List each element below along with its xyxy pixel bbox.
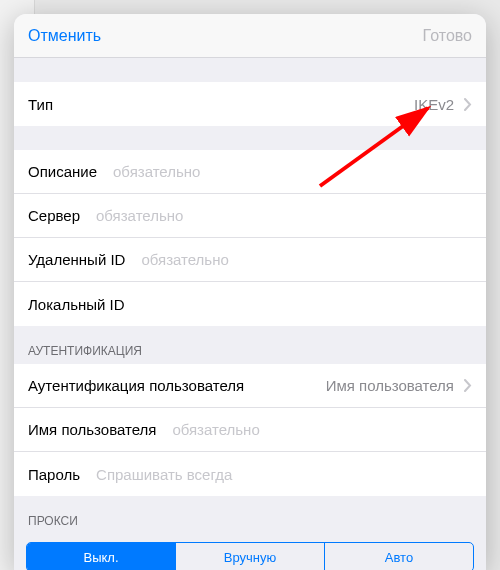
done-button: Готово <box>423 27 472 45</box>
proxy-segmented-control[interactable]: Выкл. Вручную Авто <box>26 542 474 570</box>
vpn-config-modal: Отменить Готово Тип IKEv2 Описание обяза… <box>14 14 486 570</box>
server-label: Сервер <box>28 207 80 224</box>
description-label: Описание <box>28 163 97 180</box>
password-label: Пароль <box>28 466 80 483</box>
type-row[interactable]: Тип IKEv2 <box>14 82 486 126</box>
proxy-seg-manual[interactable]: Вручную <box>175 543 324 570</box>
password-row[interactable]: Пароль Спрашивать всегда <box>14 452 486 496</box>
description-row[interactable]: Описание обязательно <box>14 150 486 194</box>
username-row[interactable]: Имя пользователя обязательно <box>14 408 486 452</box>
remote-id-placeholder: обязательно <box>141 251 228 268</box>
proxy-section-header: Прокси <box>14 496 486 534</box>
user-auth-label: Аутентификация пользователя <box>28 377 244 394</box>
password-placeholder: Спрашивать всегда <box>96 466 232 483</box>
auth-section-header: Аутентификация <box>14 326 486 364</box>
form-content: Тип IKEv2 Описание обязательно Сервер об… <box>14 58 486 570</box>
remote-id-label: Удаленный ID <box>28 251 125 268</box>
username-placeholder: обязательно <box>172 421 259 438</box>
server-row[interactable]: Сервер обязательно <box>14 194 486 238</box>
type-label: Тип <box>28 96 53 113</box>
chevron-right-icon <box>454 98 472 111</box>
user-auth-row[interactable]: Аутентификация пользователя Имя пользова… <box>14 364 486 408</box>
local-id-row[interactable]: Локальный ID <box>14 282 486 326</box>
cancel-button[interactable]: Отменить <box>28 27 101 45</box>
proxy-seg-off[interactable]: Выкл. <box>27 543 175 570</box>
server-placeholder: обязательно <box>96 207 183 224</box>
local-id-label: Локальный ID <box>28 296 125 313</box>
chevron-right-icon <box>454 379 472 392</box>
type-value: IKEv2 <box>414 96 454 113</box>
proxy-seg-auto[interactable]: Авто <box>324 543 473 570</box>
username-label: Имя пользователя <box>28 421 156 438</box>
user-auth-value: Имя пользователя <box>326 377 454 394</box>
description-placeholder: обязательно <box>113 163 200 180</box>
nav-bar: Отменить Готово <box>14 14 486 58</box>
remote-id-row[interactable]: Удаленный ID обязательно <box>14 238 486 282</box>
